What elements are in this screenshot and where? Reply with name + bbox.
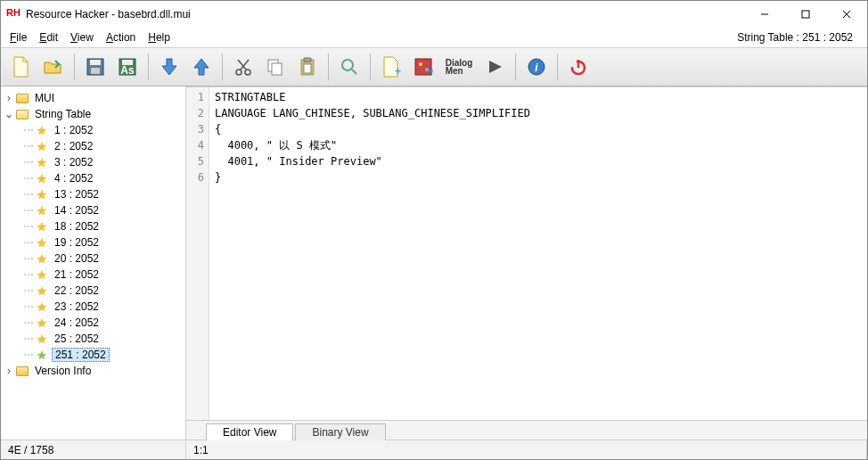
tree-item[interactable]: ⋯★2 : 2052 — [1, 138, 185, 154]
tree-branch: ⋯ — [22, 236, 35, 249]
star-icon: ★ — [35, 267, 49, 282]
status-bar: 4E / 1758 1:1 — [1, 439, 867, 459]
tree-item[interactable]: ⋯★14 : 2052 — [1, 202, 185, 218]
close-button[interactable] — [826, 1, 867, 28]
svg-text:As: As — [120, 64, 135, 77]
tree-item[interactable]: ⋯★3 : 2052 — [1, 154, 185, 170]
toolbar: As + + Dialog Men i — [1, 47, 867, 86]
tree-item-label: 23 : 2052 — [52, 300, 102, 313]
star-icon: ★ — [35, 219, 49, 234]
tree-node-mui[interactable]: › MUI — [1, 90, 185, 106]
menu-help[interactable]: Help — [148, 31, 170, 44]
toolbar-separator — [222, 53, 223, 80]
folder-icon — [15, 91, 29, 105]
menu-view[interactable]: View — [70, 31, 94, 44]
tree-item-label: 20 : 2052 — [52, 252, 102, 265]
tree-item[interactable]: ⋯★24 : 2052 — [1, 315, 185, 331]
main-area: › MUI ⌄ String Table ⋯★1 : 2052⋯★2 : 205… — [1, 86, 867, 439]
tab-binary-view[interactable]: Binary View — [295, 423, 385, 440]
svg-text:+: + — [429, 65, 433, 77]
run-button[interactable] — [479, 52, 510, 82]
tree-node-versioninfo[interactable]: › Version Info — [1, 363, 185, 379]
svg-rect-15 — [272, 63, 282, 75]
status-position: 1:1 — [186, 440, 867, 459]
tab-editor-view[interactable]: Editor View — [206, 423, 293, 440]
toolbar-separator — [328, 53, 329, 80]
tree-item-label: 22 : 2052 — [52, 284, 102, 297]
tree-branch: ⋯ — [22, 252, 35, 265]
tree-item[interactable]: ⋯★13 : 2052 — [1, 186, 185, 202]
toolbar-separator — [515, 53, 516, 80]
expand-icon[interactable]: › — [3, 92, 15, 104]
tree-item[interactable]: ⋯★25 : 2052 — [1, 331, 185, 347]
menu-file[interactable]: File — [10, 31, 27, 44]
svg-rect-5 — [90, 60, 101, 65]
minimize-button[interactable] — [744, 1, 785, 28]
tree-branch: ⋯ — [22, 156, 35, 168]
resource-tree[interactable]: › MUI ⌄ String Table ⋯★1 : 2052⋯★2 : 205… — [1, 86, 186, 439]
power-button[interactable] — [563, 52, 594, 82]
tree-item[interactable]: ⋯★20 : 2052 — [1, 251, 185, 267]
paste-button[interactable] — [292, 52, 323, 82]
tree-item[interactable]: ⋯★18 : 2052 — [1, 218, 185, 234]
add-binary-button[interactable]: + — [408, 52, 438, 82]
expand-icon[interactable]: › — [3, 365, 15, 377]
export-button[interactable] — [186, 52, 217, 82]
editor-tabs: Editor View Binary View — [186, 420, 867, 439]
search-button[interactable] — [334, 52, 364, 82]
tree-branch: ⋯ — [22, 220, 35, 233]
star-icon: ★ — [35, 203, 49, 218]
info-button[interactable]: i — [521, 52, 552, 82]
star-icon: ★ — [35, 332, 49, 346]
copy-button[interactable] — [260, 52, 291, 82]
svg-rect-6 — [91, 68, 100, 74]
dialog-menu-button[interactable]: Dialog Men — [440, 52, 478, 82]
code-editor[interactable]: 123456 STRINGTABLE LANGUAGE LANG_CHINESE… — [186, 86, 867, 420]
menu-edit[interactable]: Edit — [39, 31, 58, 44]
tree-item-label: 4 : 2052 — [52, 172, 95, 185]
star-icon: ★ — [35, 251, 49, 266]
toolbar-separator — [148, 53, 149, 80]
window-title: Resource Hacker - basebrd.dll.mui — [26, 8, 191, 21]
tree-branch: ⋯ — [22, 204, 35, 217]
svg-point-23 — [419, 62, 422, 66]
menubar: File Edit View Action Help String Table … — [1, 28, 867, 47]
tree-branch: ⋯ — [22, 316, 35, 329]
star-icon: ★ — [35, 316, 49, 330]
tree-label: Version Info — [32, 365, 94, 377]
tree-branch: ⋯ — [22, 349, 35, 361]
import-button[interactable] — [154, 52, 184, 82]
tree-item[interactable]: ⋯★22 : 2052 — [1, 283, 185, 299]
save-button[interactable] — [80, 52, 111, 82]
menu-action[interactable]: Action — [106, 31, 135, 44]
code-content[interactable]: STRINGTABLE LANGUAGE LANG_CHINESE, SUBLA… — [209, 87, 867, 420]
tree-item[interactable]: ⋯★251 : 2052 — [1, 347, 185, 363]
star-icon: ★ — [35, 187, 49, 201]
maximize-button[interactable] — [785, 1, 826, 28]
svg-point-19 — [342, 60, 353, 70]
tree-label: MUI — [32, 92, 57, 104]
open-file-button[interactable] — [38, 52, 69, 82]
toolbar-separator — [74, 53, 75, 80]
add-resource-button[interactable]: + — [376, 52, 406, 82]
tree-branch: ⋯ — [22, 172, 35, 185]
collapse-icon[interactable]: ⌄ — [3, 108, 15, 120]
tree-item[interactable]: ⋯★1 : 2052 — [1, 122, 185, 138]
tree-node-stringtable[interactable]: ⌄ String Table — [1, 106, 185, 122]
tree-item-label: 18 : 2052 — [52, 220, 102, 233]
tree-item[interactable]: ⋯★21 : 2052 — [1, 267, 185, 283]
context-label: String Table : 251 : 2052 — [737, 31, 858, 44]
tree-item-label: 24 : 2052 — [52, 316, 102, 329]
tree-item-label: 25 : 2052 — [52, 333, 102, 345]
tree-item-label: 2 : 2052 — [52, 140, 95, 152]
tree-item[interactable]: ⋯★23 : 2052 — [1, 299, 185, 315]
tree-item-label: 13 : 2052 — [52, 188, 102, 201]
svg-point-11 — [245, 70, 250, 75]
save-as-button[interactable]: As — [112, 52, 143, 82]
new-file-button[interactable] — [6, 52, 37, 82]
svg-rect-18 — [304, 64, 311, 73]
svg-point-10 — [236, 70, 242, 75]
tree-item[interactable]: ⋯★4 : 2052 — [1, 170, 185, 186]
tree-item[interactable]: ⋯★19 : 2052 — [1, 234, 185, 251]
cut-button[interactable] — [228, 52, 258, 82]
